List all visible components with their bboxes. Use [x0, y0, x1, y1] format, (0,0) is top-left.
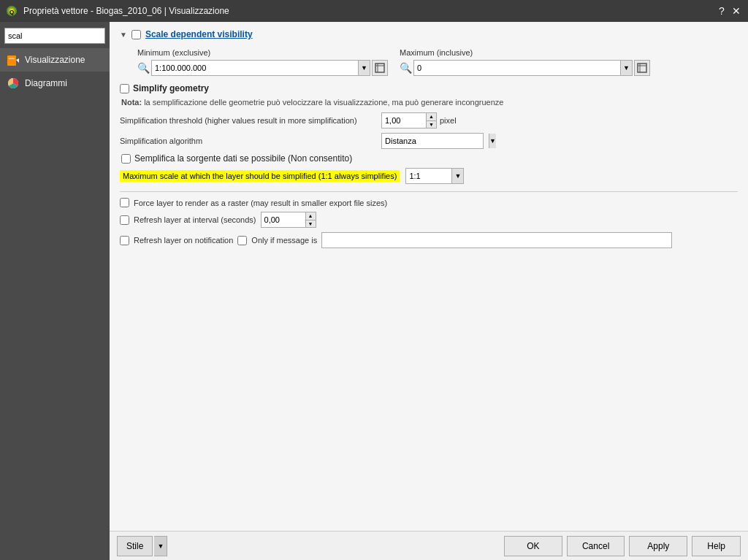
- divider1: [120, 191, 738, 192]
- threshold-spinner[interactable]: ▲ ▼: [381, 112, 437, 129]
- threshold-spin-down[interactable]: ▼: [427, 121, 436, 129]
- title-bar-controls: ? ✕: [716, 5, 742, 17]
- min-scale-combo[interactable]: ▼: [151, 60, 370, 76]
- max-scale-simplify-label: Maximum scale at which the layer should …: [120, 170, 400, 182]
- algorithm-label: Simplification algorithm: [120, 137, 375, 145]
- only-message-input[interactable]: [321, 232, 672, 248]
- title-bar-left: Q Proprietà vettore - Biogas_2010_06 | V…: [6, 5, 229, 17]
- algorithm-input[interactable]: [382, 137, 489, 145]
- refresh-interval-spinner[interactable]: ▲ ▼: [261, 212, 316, 228]
- simplify-geometry-label: Simplify geometry: [133, 83, 209, 93]
- note-body: la semplificazione delle geometrie può v…: [144, 98, 503, 107]
- max-scale-group: Maximum (inclusive) 🔍 ▼: [400, 48, 650, 76]
- cancel-button[interactable]: Cancel: [567, 536, 625, 556]
- bottom-bar: Stile ▼ OK Cancel Apply Help: [110, 531, 748, 560]
- note-prefix: Nota:: [121, 98, 142, 107]
- algorithm-row: Simplification algorithm ▼: [120, 133, 738, 149]
- min-label: Minimum (exclusive): [137, 48, 388, 57]
- max-scale-combo[interactable]: ▼: [413, 60, 633, 76]
- algorithm-combo[interactable]: ▼: [381, 133, 484, 149]
- refresh-notification-row: Refresh layer on notification Only if me…: [120, 232, 738, 248]
- sorgente-checkbox[interactable]: [121, 154, 131, 164]
- search-bar[interactable]: ✕: [4, 28, 105, 44]
- svg-rect-8: [638, 64, 646, 72]
- svg-rect-5: [9, 58, 15, 59]
- simplify-checkbox-row: Simplify geometry: [120, 83, 738, 93]
- scale-visibility-checkbox[interactable]: [131, 30, 141, 39]
- map-extent-icon: [375, 63, 385, 73]
- threshold-spin-up[interactable]: ▲: [427, 113, 436, 121]
- min-scale-map-btn[interactable]: [372, 60, 388, 76]
- threshold-input[interactable]: [382, 116, 426, 125]
- note-row: Nota: la semplificazione delle geometrie…: [121, 98, 738, 107]
- apply-button[interactable]: Apply: [629, 536, 687, 556]
- sidebar-item-visualizzazione[interactable]: Visualizzazione: [0, 48, 110, 72]
- refresh-interval-label: Refresh layer at interval (seconds): [134, 215, 256, 224]
- title-bar: Q Proprietà vettore - Biogas_2010_06 | V…: [0, 0, 748, 22]
- sorgente-row: Semplifica la sorgente dati se possibile…: [121, 153, 738, 164]
- max-scale-map-btn[interactable]: [634, 60, 650, 76]
- refresh-interval-row: Refresh layer at interval (seconds) ▲ ▼: [120, 212, 738, 228]
- refresh-notification-checkbox[interactable]: [120, 236, 129, 245]
- sidebar-item-label-visualizzazione: Visualizzazione: [25, 55, 85, 65]
- help-button[interactable]: Help: [692, 536, 741, 556]
- max-scale-simplify-arrow[interactable]: ▼: [451, 169, 463, 183]
- force-raster-row: Force layer to render as a raster (may r…: [120, 198, 738, 207]
- simplify-geometry-section: Simplify geometry Nota: la semplificazio…: [120, 83, 738, 184]
- algorithm-value-group: ▼: [381, 133, 484, 149]
- max-scale-simplify-input[interactable]: [406, 172, 451, 180]
- section-title[interactable]: Scale dependent visibility: [145, 29, 253, 39]
- svg-text:Q: Q: [9, 9, 14, 15]
- app-icon: Q: [6, 5, 18, 17]
- search-input[interactable]: [8, 31, 109, 40]
- max-scale-combo-arrow[interactable]: ▼: [620, 61, 632, 75]
- stile-button[interactable]: Stile: [117, 536, 153, 556]
- max-scale-input[interactable]: [414, 64, 620, 72]
- only-message-label: Only if message is: [251, 236, 317, 245]
- sorgente-label: Semplifica la sorgente dati se possibile…: [134, 153, 352, 164]
- bottom-right: OK Cancel Apply Help: [504, 536, 741, 556]
- only-message-checkbox[interactable]: [237, 236, 247, 245]
- close-title-btn[interactable]: ✕: [730, 5, 742, 17]
- algorithm-combo-arrow[interactable]: ▼: [489, 134, 496, 148]
- threshold-unit: pixel: [440, 116, 457, 125]
- visualizzazione-icon: [6, 53, 20, 67]
- min-scale-input[interactable]: [152, 64, 358, 72]
- sidebar: ✕ Visualizzazione Diagr: [0, 22, 110, 560]
- svg-rect-4: [7, 55, 16, 66]
- zoom-min-icon: 🔍: [137, 62, 150, 74]
- content-area: ✕ Visualizzazione Diagr: [0, 22, 748, 560]
- section-header: ▼ Scale dependent visibility: [120, 29, 738, 39]
- main-container: ✕ Visualizzazione Diagr: [0, 22, 748, 560]
- refresh-interval-input[interactable]: [262, 215, 305, 224]
- force-raster-label: Force layer to render as a raster (may r…: [134, 199, 387, 207]
- map-extent-icon2: [637, 63, 647, 73]
- threshold-value-group: ▲ ▼ pixel: [381, 112, 457, 129]
- refresh-interval-spin-down[interactable]: ▼: [306, 220, 316, 228]
- sidebar-item-diagrammi[interactable]: Diagrammi: [0, 72, 110, 95]
- bottom-left: Stile ▼: [117, 536, 167, 556]
- panel-area: ▼ Scale dependent visibility Minimum (ex…: [110, 22, 748, 560]
- diagrammi-icon: [6, 76, 20, 91]
- threshold-row: Simplification threshold (higher values …: [120, 112, 738, 129]
- refresh-interval-checkbox[interactable]: [120, 215, 129, 225]
- window-title: Proprietà vettore - Biogas_2010_06 | Vis…: [23, 6, 229, 16]
- stile-dropdown-arrow[interactable]: ▼: [154, 536, 167, 556]
- min-scale-combo-arrow[interactable]: ▼: [358, 61, 370, 75]
- max-scale-simplify-row: Maximum scale at which the layer should …: [120, 168, 738, 184]
- zoom-max-icon: 🔍: [400, 62, 412, 74]
- refresh-interval-spin-up[interactable]: ▲: [306, 212, 316, 220]
- max-scale-simplify-combo[interactable]: ▼: [405, 168, 464, 184]
- refresh-interval-spin-arrows: ▲ ▼: [305, 212, 316, 227]
- collapse-arrow-icon[interactable]: ▼: [120, 31, 127, 39]
- simplify-geometry-checkbox[interactable]: [120, 84, 129, 93]
- min-scale-group: Minimum (exclusive) 🔍 ▼: [137, 48, 388, 76]
- ok-button[interactable]: OK: [504, 536, 562, 556]
- svg-rect-7: [375, 64, 384, 72]
- max-label: Maximum (inclusive): [400, 48, 650, 57]
- force-raster-checkbox[interactable]: [120, 198, 129, 207]
- help-title-btn[interactable]: ?: [716, 5, 728, 17]
- threshold-label: Simplification threshold (higher values …: [120, 116, 375, 125]
- sidebar-item-label-diagrammi: Diagrammi: [25, 78, 67, 88]
- panel-content: ▼ Scale dependent visibility Minimum (ex…: [110, 22, 748, 531]
